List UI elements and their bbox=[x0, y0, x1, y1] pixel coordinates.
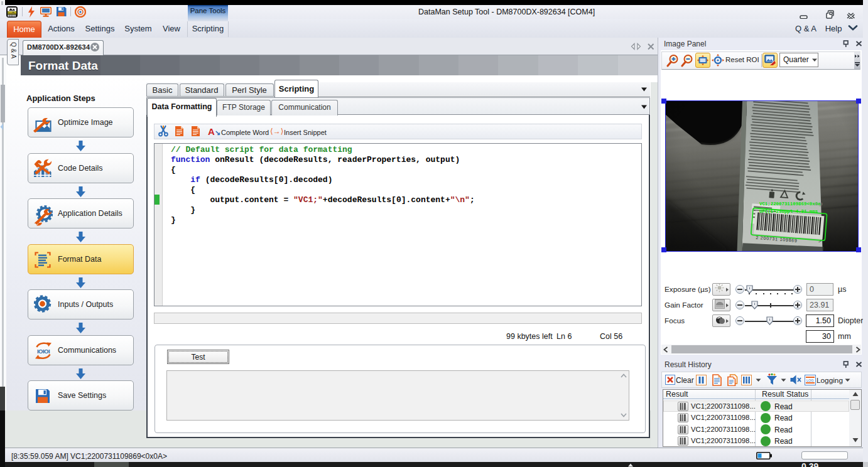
svg-text:IOIOI: IOIOI bbox=[37, 348, 50, 355]
svg-text:DataMan: DataMan bbox=[8, 12, 17, 14]
svg-text:LOG: LOG bbox=[806, 378, 814, 382]
